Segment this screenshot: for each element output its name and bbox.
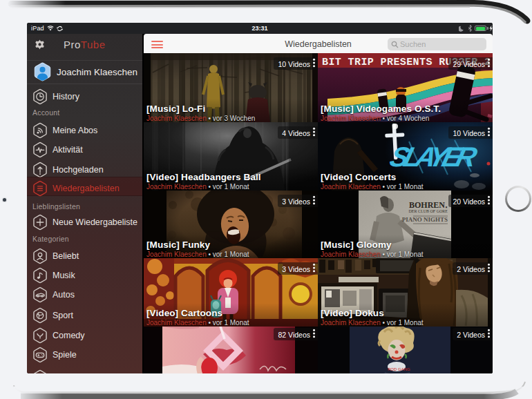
svg-text:PIANO NIGHTS: PIANO NIGHTS bbox=[402, 216, 448, 223]
svg-text:DER CLUB OF GORE: DER CLUB OF GORE bbox=[408, 209, 448, 213]
svg-text:ROD GANG: ROD GANG bbox=[388, 367, 410, 371]
svg-text:BOHREN․: BOHREN․ bbox=[409, 200, 448, 210]
